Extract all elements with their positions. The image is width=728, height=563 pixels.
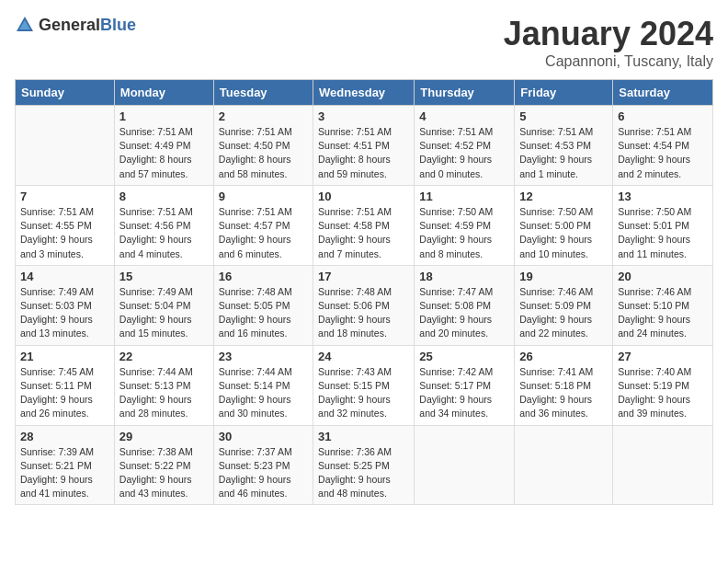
day-number: 11 — [419, 190, 509, 203]
calendar-week-row: 1Sunrise: 7:51 AM Sunset: 4:49 PM Daylig… — [16, 106, 713, 186]
weekday-header-friday: Friday — [515, 80, 613, 106]
page-header: GeneralBlue January 2024 Capannoni, Tusc… — [15, 15, 713, 70]
day-number: 17 — [318, 270, 409, 283]
day-info: Sunrise: 7:46 AM Sunset: 5:10 PM Dayligh… — [618, 285, 708, 341]
day-number: 5 — [519, 109, 608, 123]
weekday-header-tuesday: Tuesday — [213, 80, 313, 106]
calendar-cell: 16Sunrise: 7:48 AM Sunset: 5:05 PM Dayli… — [213, 265, 313, 345]
logo: GeneralBlue — [15, 15, 136, 35]
day-number: 20 — [618, 270, 708, 283]
day-info: Sunrise: 7:51 AM Sunset: 4:55 PM Dayligh… — [20, 205, 109, 261]
calendar-cell — [613, 425, 713, 505]
calendar-cell: 24Sunrise: 7:43 AM Sunset: 5:15 PM Dayli… — [313, 345, 415, 425]
day-info: Sunrise: 7:51 AM Sunset: 4:52 PM Dayligh… — [419, 125, 509, 181]
day-number: 6 — [618, 109, 708, 123]
month-title: January 2024 — [504, 15, 713, 53]
calendar-cell: 30Sunrise: 7:37 AM Sunset: 5:23 PM Dayli… — [213, 425, 313, 505]
calendar-cell: 22Sunrise: 7:44 AM Sunset: 5:13 PM Dayli… — [114, 345, 213, 425]
calendar-cell: 27Sunrise: 7:40 AM Sunset: 5:19 PM Dayli… — [613, 345, 713, 425]
day-number: 19 — [519, 270, 608, 283]
day-info: Sunrise: 7:40 AM Sunset: 5:19 PM Dayligh… — [618, 365, 708, 421]
calendar-cell — [16, 106, 115, 186]
day-info: Sunrise: 7:37 AM Sunset: 5:23 PM Dayligh… — [219, 445, 308, 501]
day-info: Sunrise: 7:51 AM Sunset: 4:56 PM Dayligh… — [119, 205, 209, 261]
day-info: Sunrise: 7:46 AM Sunset: 5:09 PM Dayligh… — [519, 285, 608, 341]
calendar-cell: 2Sunrise: 7:51 AM Sunset: 4:50 PM Daylig… — [213, 106, 313, 186]
day-number: 14 — [20, 270, 109, 283]
calendar-cell: 14Sunrise: 7:49 AM Sunset: 5:03 PM Dayli… — [16, 265, 115, 345]
weekday-header-monday: Monday — [114, 80, 213, 106]
weekday-header-wednesday: Wednesday — [313, 80, 415, 106]
calendar-week-row: 7Sunrise: 7:51 AM Sunset: 4:55 PM Daylig… — [16, 185, 713, 265]
day-info: Sunrise: 7:51 AM Sunset: 4:50 PM Dayligh… — [219, 125, 308, 181]
day-number: 24 — [318, 350, 409, 363]
calendar-week-row: 21Sunrise: 7:45 AM Sunset: 5:11 PM Dayli… — [16, 345, 713, 425]
day-info: Sunrise: 7:42 AM Sunset: 5:17 PM Dayligh… — [419, 365, 509, 421]
calendar-cell: 13Sunrise: 7:50 AM Sunset: 5:01 PM Dayli… — [613, 185, 713, 265]
day-info: Sunrise: 7:49 AM Sunset: 5:03 PM Dayligh… — [20, 285, 109, 341]
calendar-cell: 15Sunrise: 7:49 AM Sunset: 5:04 PM Dayli… — [114, 265, 213, 345]
day-info: Sunrise: 7:45 AM Sunset: 5:11 PM Dayligh… — [20, 365, 109, 421]
calendar-cell: 28Sunrise: 7:39 AM Sunset: 5:21 PM Dayli… — [16, 425, 115, 505]
weekday-header-saturday: Saturday — [613, 80, 713, 106]
calendar-cell: 20Sunrise: 7:46 AM Sunset: 5:10 PM Dayli… — [613, 265, 713, 345]
calendar-body: 1Sunrise: 7:51 AM Sunset: 4:49 PM Daylig… — [16, 106, 713, 505]
calendar-cell — [515, 425, 613, 505]
calendar-cell: 5Sunrise: 7:51 AM Sunset: 4:53 PM Daylig… — [515, 106, 613, 186]
day-number: 4 — [419, 109, 509, 123]
calendar-cell: 8Sunrise: 7:51 AM Sunset: 4:56 PM Daylig… — [114, 185, 213, 265]
logo-icon — [15, 15, 35, 35]
calendar-week-row: 14Sunrise: 7:49 AM Sunset: 5:03 PM Dayli… — [16, 265, 713, 345]
calendar-week-row: 28Sunrise: 7:39 AM Sunset: 5:21 PM Dayli… — [16, 425, 713, 505]
day-number: 31 — [318, 430, 409, 443]
calendar-cell — [415, 425, 515, 505]
day-info: Sunrise: 7:36 AM Sunset: 5:25 PM Dayligh… — [318, 445, 409, 501]
calendar-cell: 31Sunrise: 7:36 AM Sunset: 5:25 PM Dayli… — [313, 425, 415, 505]
day-info: Sunrise: 7:50 AM Sunset: 4:59 PM Dayligh… — [419, 205, 509, 261]
day-number: 18 — [419, 270, 509, 283]
day-info: Sunrise: 7:51 AM Sunset: 4:49 PM Dayligh… — [119, 125, 209, 181]
calendar-cell: 7Sunrise: 7:51 AM Sunset: 4:55 PM Daylig… — [16, 185, 115, 265]
calendar-table: SundayMondayTuesdayWednesdayThursdayFrid… — [15, 79, 713, 505]
calendar-cell: 12Sunrise: 7:50 AM Sunset: 5:00 PM Dayli… — [515, 185, 613, 265]
day-info: Sunrise: 7:51 AM Sunset: 4:51 PM Dayligh… — [318, 125, 409, 181]
day-info: Sunrise: 7:51 AM Sunset: 4:58 PM Dayligh… — [318, 205, 409, 261]
day-number: 28 — [20, 430, 109, 443]
day-info: Sunrise: 7:44 AM Sunset: 5:13 PM Dayligh… — [119, 365, 209, 421]
day-info: Sunrise: 7:47 AM Sunset: 5:08 PM Dayligh… — [419, 285, 509, 341]
day-number: 10 — [318, 190, 409, 203]
calendar-cell: 26Sunrise: 7:41 AM Sunset: 5:18 PM Dayli… — [515, 345, 613, 425]
day-number: 22 — [119, 350, 209, 363]
calendar-cell: 25Sunrise: 7:42 AM Sunset: 5:17 PM Dayli… — [415, 345, 515, 425]
logo-general-text: General — [39, 16, 100, 34]
day-info: Sunrise: 7:50 AM Sunset: 5:01 PM Dayligh… — [618, 205, 708, 261]
day-info: Sunrise: 7:44 AM Sunset: 5:14 PM Dayligh… — [219, 365, 308, 421]
calendar-header-row: SundayMondayTuesdayWednesdayThursdayFrid… — [16, 80, 713, 106]
calendar-cell: 19Sunrise: 7:46 AM Sunset: 5:09 PM Dayli… — [515, 265, 613, 345]
calendar-cell: 1Sunrise: 7:51 AM Sunset: 4:49 PM Daylig… — [114, 106, 213, 186]
day-number: 21 — [20, 350, 109, 363]
day-info: Sunrise: 7:51 AM Sunset: 4:57 PM Dayligh… — [219, 205, 308, 261]
day-info: Sunrise: 7:48 AM Sunset: 5:05 PM Dayligh… — [219, 285, 308, 341]
day-number: 1 — [119, 109, 209, 123]
calendar-cell: 10Sunrise: 7:51 AM Sunset: 4:58 PM Dayli… — [313, 185, 415, 265]
day-info: Sunrise: 7:51 AM Sunset: 4:54 PM Dayligh… — [618, 125, 708, 181]
day-number: 29 — [119, 430, 209, 443]
day-number: 15 — [119, 270, 209, 283]
calendar-cell: 18Sunrise: 7:47 AM Sunset: 5:08 PM Dayli… — [415, 265, 515, 345]
calendar-cell: 6Sunrise: 7:51 AM Sunset: 4:54 PM Daylig… — [613, 106, 713, 186]
location-subtitle: Capannoni, Tuscany, Italy — [504, 53, 713, 70]
calendar-cell: 4Sunrise: 7:51 AM Sunset: 4:52 PM Daylig… — [415, 106, 515, 186]
day-number: 7 — [20, 190, 109, 203]
day-info: Sunrise: 7:49 AM Sunset: 5:04 PM Dayligh… — [119, 285, 209, 341]
calendar-cell: 29Sunrise: 7:38 AM Sunset: 5:22 PM Dayli… — [114, 425, 213, 505]
day-number: 3 — [318, 109, 409, 123]
day-number: 9 — [219, 190, 308, 203]
day-number: 12 — [519, 190, 608, 203]
day-number: 2 — [219, 109, 308, 123]
day-info: Sunrise: 7:38 AM Sunset: 5:22 PM Dayligh… — [119, 445, 209, 501]
day-info: Sunrise: 7:43 AM Sunset: 5:15 PM Dayligh… — [318, 365, 409, 421]
day-number: 27 — [618, 350, 708, 363]
day-info: Sunrise: 7:48 AM Sunset: 5:06 PM Dayligh… — [318, 285, 409, 341]
day-number: 30 — [219, 430, 308, 443]
